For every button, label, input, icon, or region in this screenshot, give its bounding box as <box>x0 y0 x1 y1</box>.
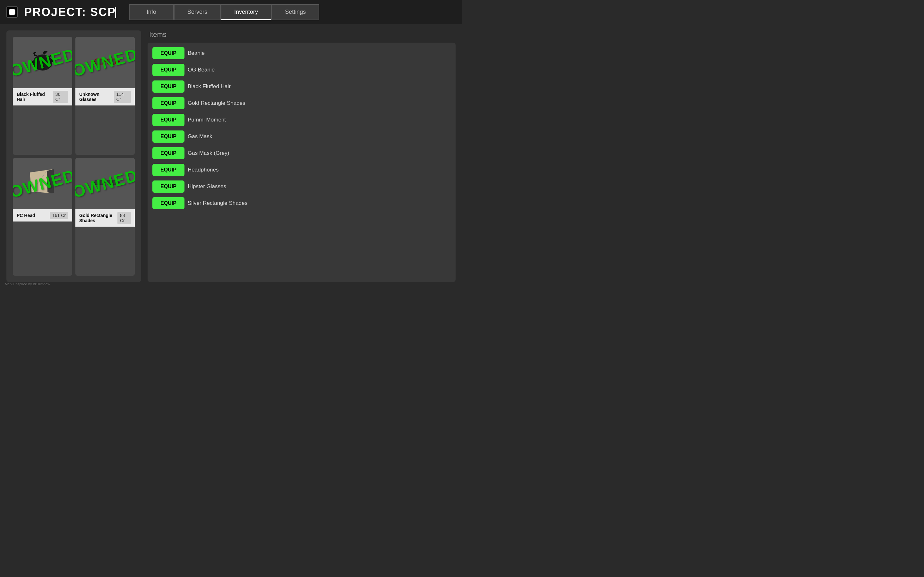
equip-item-gas-mask-grey: Gas Mask (Grey) <box>188 150 229 156</box>
items-title: Items <box>148 31 456 39</box>
item-preview-pchead: OWNED <box>13 158 72 210</box>
footer-credit: Menu Inspired by ItzHiimnew <box>5 282 50 286</box>
tab-info[interactable]: Info <box>129 4 174 20</box>
items-panel: Items EQUIP Beanie EQUIP OG Beanie EQUIP… <box>148 31 456 282</box>
item-price-pchead: 161 Cr <box>50 212 68 219</box>
equip-button-gas-mask[interactable]: EQUIP <box>152 131 184 143</box>
item-card-pc-head[interactable]: OWNED PC Head 161 Cr <box>13 158 72 276</box>
equip-row-gas-mask-grey: EQUIP Gas Mask (Grey) <box>151 146 452 161</box>
equip-button-beanie[interactable]: EQUIP <box>152 47 184 59</box>
main-content: OWNED Black Fluffed Hair 36 Cr <box>0 24 462 288</box>
equip-row-silver-rectangle-shades: EQUIP Silver Rectangle Shades <box>151 196 452 211</box>
header: PROJECT: SCP Info Servers Inventory Sett… <box>0 0 462 24</box>
equip-button-headphones[interactable]: EQUIP <box>152 164 184 176</box>
equip-item-hipster-glasses: Hipster Glasses <box>188 183 226 190</box>
item-name-hair: Black Fluffed Hair <box>17 92 53 102</box>
equip-item-headphones: Headphones <box>188 167 218 173</box>
item-price-glasses: 114 Cr <box>114 91 131 103</box>
item-card-unknown-glasses[interactable]: OWNED Unknown Glasses 114 Cr <box>75 37 135 155</box>
item-info-hair: Black Fluffed Hair 36 Cr <box>13 88 72 105</box>
equip-button-pummi-moment[interactable]: EQUIP <box>152 114 184 126</box>
equip-row-pummi-moment: EQUIP Pummi Moment <box>151 113 452 127</box>
equip-button-gas-mask-grey[interactable]: EQUIP <box>152 147 184 159</box>
equip-item-black-fluffed-hair: Black Fluffed Hair <box>188 83 231 90</box>
item-price-hair: 36 Cr <box>53 91 68 103</box>
owned-label-glasses: OWNED <box>75 45 135 81</box>
nav-tabs: Info Servers Inventory Settings <box>129 4 319 20</box>
item-preview-glasses: OWNED <box>75 37 135 88</box>
equip-row-og-beanie: EQUIP OG Beanie <box>151 63 452 77</box>
owned-label-goldshades: OWNED <box>75 165 135 201</box>
equip-item-silver-rectangle-shades: Silver Rectangle Shades <box>188 200 247 206</box>
equip-row-headphones: EQUIP Headphones <box>151 163 452 177</box>
equip-row-gold-rectangle-shades: EQUIP Gold Rectangle Shades <box>151 96 452 111</box>
tab-inventory[interactable]: Inventory <box>221 4 271 20</box>
item-preview-goldshades: OWNED <box>75 158 135 210</box>
equip-item-gold-rectangle-shades: Gold Rectangle Shades <box>188 100 246 106</box>
item-info-pchead: PC Head 161 Cr <box>13 210 72 221</box>
item-info-glasses: Unknown Glasses 114 Cr <box>75 88 135 105</box>
item-name-glasses: Unknown Glasses <box>79 92 114 102</box>
equip-row-gas-mask: EQUIP Gas Mask <box>151 129 452 144</box>
tab-settings[interactable]: Settings <box>271 4 319 20</box>
inventory-panel: OWNED Black Fluffed Hair 36 Cr <box>6 31 141 282</box>
equip-button-silver-rectangle-shades[interactable]: EQUIP <box>152 197 184 210</box>
equip-row-black-fluffed-hair: EQUIP Black Fluffed Hair <box>151 79 452 94</box>
item-name-pchead: PC Head <box>17 213 35 218</box>
item-card-gold-shades[interactable]: OWNED Gold Rectangle Shades 88 Cr <box>75 158 135 276</box>
app-title: PROJECT: SCP <box>24 5 116 19</box>
equip-button-black-fluffed-hair[interactable]: EQUIP <box>152 81 184 93</box>
equip-item-og-beanie: OG Beanie <box>188 67 215 73</box>
equip-button-og-beanie[interactable]: EQUIP <box>152 64 184 76</box>
item-price-goldshades: 88 Cr <box>118 212 131 224</box>
equip-button-hipster-glasses[interactable]: EQUIP <box>152 181 184 193</box>
equip-row-hipster-glasses: EQUIP Hipster Glasses <box>151 179 452 194</box>
roblox-logo <box>6 6 18 18</box>
items-list: EQUIP Beanie EQUIP OG Beanie EQUIP Black… <box>148 43 456 282</box>
tab-servers[interactable]: Servers <box>174 4 221 20</box>
item-preview-hair: OWNED <box>13 37 72 88</box>
item-name-goldshades: Gold Rectangle Shades <box>79 213 118 223</box>
equip-button-gold-rectangle-shades[interactable]: EQUIP <box>152 97 184 109</box>
roblox-logo-icon <box>9 9 15 15</box>
item-info-goldshades: Gold Rectangle Shades 88 Cr <box>75 210 135 227</box>
equip-item-gas-mask: Gas Mask <box>188 133 212 140</box>
item-card-black-fluffed-hair[interactable]: OWNED Black Fluffed Hair 36 Cr <box>13 37 72 155</box>
equip-item-pummi-moment: Pummi Moment <box>188 117 226 123</box>
equip-row-beanie: EQUIP Beanie <box>151 46 452 61</box>
equip-item-beanie: Beanie <box>188 50 205 56</box>
